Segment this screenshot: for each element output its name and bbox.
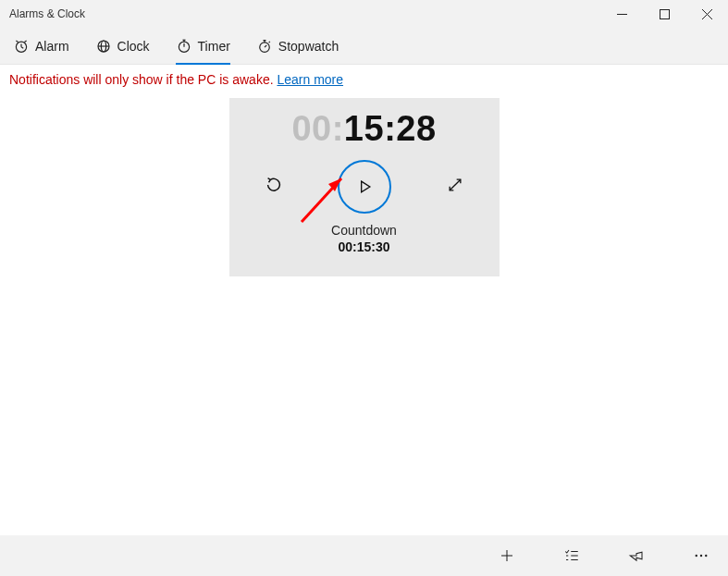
- maximize-icon: [660, 9, 670, 19]
- pin-icon: [628, 547, 645, 564]
- main-area: 00:15:28 Countdown 00:15:30: [0, 94, 728, 535]
- window-controls: [600, 0, 728, 28]
- window-title: Alarms & Clock: [9, 7, 85, 20]
- more-button[interactable]: [680, 535, 722, 576]
- expand-button[interactable]: [446, 176, 464, 198]
- add-button[interactable]: [486, 535, 528, 576]
- svg-point-34: [705, 555, 707, 557]
- reset-icon: [264, 175, 284, 195]
- tab-stopwatch[interactable]: Stopwatch: [249, 28, 346, 65]
- timer-icon: [176, 38, 192, 55]
- tab-timer[interactable]: Timer: [168, 28, 238, 65]
- notification-bar: Notifications will only show if the PC i…: [0, 65, 728, 94]
- svg-line-22: [450, 179, 461, 190]
- command-bar: [0, 535, 728, 576]
- minimize-button[interactable]: [600, 0, 643, 28]
- maximize-button[interactable]: [643, 0, 685, 28]
- svg-line-20: [268, 41, 269, 42]
- tab-label: Stopwatch: [278, 39, 339, 54]
- play-icon: [355, 178, 374, 196]
- tab-label: Clock: [117, 39, 150, 54]
- svg-marker-21: [362, 181, 370, 192]
- plus-icon: [499, 547, 515, 564]
- tab-clock[interactable]: Clock: [88, 28, 157, 65]
- stopwatch-icon: [256, 38, 273, 55]
- title-bar: Alarms & Clock: [0, 0, 728, 28]
- timer-card[interactable]: 00:15:28 Countdown 00:15:30: [229, 98, 500, 276]
- svg-line-7: [16, 41, 18, 43]
- pin-button[interactable]: [615, 535, 658, 576]
- tab-bar: Alarm Clock Timer Stopwatch: [0, 28, 728, 65]
- svg-line-8: [24, 41, 26, 43]
- tab-alarm[interactable]: Alarm: [6, 28, 77, 65]
- worldclock-icon: [95, 38, 112, 55]
- minimize-icon: [617, 9, 627, 19]
- reset-button[interactable]: [264, 175, 284, 199]
- timer-hours: 00:: [291, 109, 343, 148]
- notification-text: Notifications will only show if the PC i…: [9, 72, 277, 87]
- svg-line-6: [21, 46, 23, 48]
- svg-line-17: [265, 44, 266, 46]
- close-button[interactable]: [685, 0, 728, 28]
- more-icon: [693, 547, 709, 564]
- timer-mmss: 15:28: [344, 109, 437, 148]
- tab-label: Alarm: [35, 39, 69, 54]
- timer-name: Countdown: [331, 223, 397, 238]
- svg-rect-1: [660, 9, 669, 18]
- svg-point-33: [700, 555, 702, 557]
- timer-time-display: 00:15:28: [291, 109, 436, 149]
- timer-label-row: Countdown 00:15:30: [331, 223, 397, 254]
- svg-point-32: [696, 555, 697, 557]
- alarm-icon: [13, 38, 30, 55]
- tab-label: Timer: [198, 39, 230, 54]
- close-icon: [702, 9, 712, 19]
- expand-icon: [446, 176, 464, 194]
- checklist-icon: [563, 547, 580, 564]
- timer-original-time: 00:15:30: [331, 239, 397, 254]
- play-button[interactable]: [338, 160, 391, 214]
- timer-controls: [264, 160, 463, 214]
- notification-learn-more-link[interactable]: Learn more: [277, 72, 343, 87]
- edit-button[interactable]: [550, 535, 593, 576]
